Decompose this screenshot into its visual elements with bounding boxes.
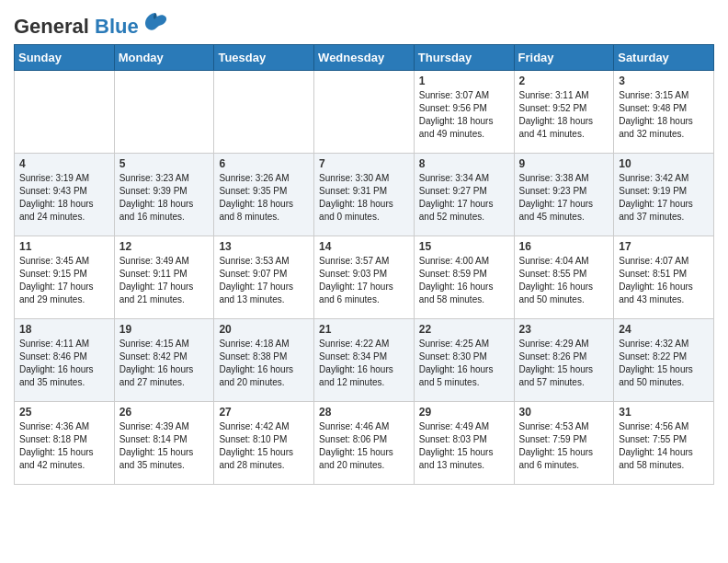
day-number: 3 <box>619 75 709 87</box>
calendar-cell: 16Sunrise: 4:04 AM Sunset: 8:55 PM Dayli… <box>514 236 614 319</box>
calendar-cell: 26Sunrise: 4:39 AM Sunset: 8:14 PM Dayli… <box>114 402 214 485</box>
day-number: 18 <box>19 323 109 336</box>
day-info: Sunrise: 4:04 AM Sunset: 8:55 PM Dayligh… <box>519 255 609 306</box>
day-info: Sunrise: 4:42 AM Sunset: 8:10 PM Dayligh… <box>219 420 309 472</box>
day-header-tuesday: Tuesday <box>214 45 314 71</box>
day-number: 29 <box>419 406 509 419</box>
day-number: 20 <box>219 323 309 336</box>
day-info: Sunrise: 3:57 AM Sunset: 9:03 PM Dayligh… <box>319 255 409 306</box>
day-number: 2 <box>519 75 609 87</box>
day-number: 1 <box>419 75 509 87</box>
day-info: Sunrise: 3:38 AM Sunset: 9:23 PM Dayligh… <box>519 172 609 224</box>
day-number: 30 <box>519 406 609 419</box>
calendar-cell: 13Sunrise: 3:53 AM Sunset: 9:07 PM Dayli… <box>214 236 314 319</box>
day-number: 25 <box>19 406 109 419</box>
day-header-thursday: Thursday <box>414 45 514 71</box>
calendar-cell: 10Sunrise: 3:42 AM Sunset: 9:19 PM Dayli… <box>614 154 714 236</box>
day-info: Sunrise: 3:30 AM Sunset: 9:31 PM Dayligh… <box>319 172 409 224</box>
calendar-cell: 6Sunrise: 3:26 AM Sunset: 9:35 PM Daylig… <box>214 154 314 236</box>
day-info: Sunrise: 4:36 AM Sunset: 8:18 PM Dayligh… <box>19 420 109 472</box>
day-info: Sunrise: 3:45 AM Sunset: 9:15 PM Dayligh… <box>19 255 109 306</box>
day-info: Sunrise: 3:34 AM Sunset: 9:27 PM Dayligh… <box>419 172 509 224</box>
day-number: 17 <box>619 240 709 253</box>
day-info: Sunrise: 4:56 AM Sunset: 7:55 PM Dayligh… <box>619 420 709 472</box>
day-number: 31 <box>619 406 709 419</box>
day-number: 21 <box>319 323 409 336</box>
day-number: 27 <box>219 406 309 419</box>
calendar-cell <box>15 71 115 154</box>
day-number: 23 <box>519 323 609 336</box>
calendar-cell <box>114 71 214 154</box>
day-number: 16 <box>519 240 609 253</box>
day-info: Sunrise: 3:23 AM Sunset: 9:39 PM Dayligh… <box>119 172 210 224</box>
calendar-cell: 11Sunrise: 3:45 AM Sunset: 9:15 PM Dayli… <box>15 236 115 319</box>
calendar-cell: 24Sunrise: 4:32 AM Sunset: 8:22 PM Dayli… <box>614 319 714 402</box>
calendar-week-row: 25Sunrise: 4:36 AM Sunset: 8:18 PM Dayli… <box>15 402 714 485</box>
calendar-cell: 22Sunrise: 4:25 AM Sunset: 8:30 PM Dayli… <box>414 319 514 402</box>
day-number: 8 <box>419 157 509 170</box>
calendar-cell: 21Sunrise: 4:22 AM Sunset: 8:34 PM Dayli… <box>314 319 415 402</box>
day-info: Sunrise: 3:15 AM Sunset: 9:48 PM Dayligh… <box>619 89 709 141</box>
day-number: 4 <box>19 157 109 170</box>
day-number: 22 <box>419 323 509 336</box>
logo: General Blue <box>14 17 168 37</box>
calendar-week-row: 18Sunrise: 4:11 AM Sunset: 8:46 PM Dayli… <box>15 319 714 402</box>
day-header-sunday: Sunday <box>15 45 115 71</box>
logo-bird-icon <box>142 11 168 35</box>
day-info: Sunrise: 4:15 AM Sunset: 8:42 PM Dayligh… <box>119 338 210 389</box>
calendar-cell: 12Sunrise: 3:49 AM Sunset: 9:11 PM Dayli… <box>114 236 214 319</box>
calendar-cell: 15Sunrise: 4:00 AM Sunset: 8:59 PM Dayli… <box>414 236 514 319</box>
day-header-saturday: Saturday <box>614 45 714 71</box>
day-info: Sunrise: 4:00 AM Sunset: 8:59 PM Dayligh… <box>419 255 509 306</box>
day-number: 5 <box>119 157 210 170</box>
logo-blue: Blue <box>95 15 139 38</box>
day-number: 26 <box>119 406 210 419</box>
day-info: Sunrise: 3:19 AM Sunset: 9:43 PM Dayligh… <box>19 172 109 224</box>
day-number: 10 <box>619 157 709 170</box>
day-info: Sunrise: 4:07 AM Sunset: 8:51 PM Dayligh… <box>619 255 709 306</box>
day-info: Sunrise: 3:53 AM Sunset: 9:07 PM Dayligh… <box>219 255 309 306</box>
calendar-cell <box>214 71 314 154</box>
calendar-cell: 25Sunrise: 4:36 AM Sunset: 8:18 PM Dayli… <box>15 402 115 485</box>
logo-general: General Blue <box>14 17 139 37</box>
day-info: Sunrise: 4:39 AM Sunset: 8:14 PM Dayligh… <box>119 420 210 472</box>
calendar-week-row: 4Sunrise: 3:19 AM Sunset: 9:43 PM Daylig… <box>15 154 714 236</box>
day-number: 9 <box>519 157 609 170</box>
calendar-cell: 1Sunrise: 3:07 AM Sunset: 9:56 PM Daylig… <box>414 71 514 154</box>
calendar-cell: 31Sunrise: 4:56 AM Sunset: 7:55 PM Dayli… <box>614 402 714 485</box>
day-info: Sunrise: 3:07 AM Sunset: 9:56 PM Dayligh… <box>419 89 509 141</box>
day-info: Sunrise: 4:32 AM Sunset: 8:22 PM Dayligh… <box>619 338 709 389</box>
day-info: Sunrise: 4:18 AM Sunset: 8:38 PM Dayligh… <box>219 338 309 389</box>
day-number: 7 <box>319 157 409 170</box>
day-number: 13 <box>219 240 309 253</box>
day-number: 14 <box>319 240 409 253</box>
day-info: Sunrise: 4:46 AM Sunset: 8:06 PM Dayligh… <box>319 420 409 472</box>
day-number: 19 <box>119 323 210 336</box>
day-header-monday: Monday <box>114 45 214 71</box>
day-info: Sunrise: 4:49 AM Sunset: 8:03 PM Dayligh… <box>419 420 509 472</box>
calendar-cell: 20Sunrise: 4:18 AM Sunset: 8:38 PM Dayli… <box>214 319 314 402</box>
calendar-table: SundayMondayTuesdayWednesdayThursdayFrid… <box>14 44 714 485</box>
day-info: Sunrise: 4:22 AM Sunset: 8:34 PM Dayligh… <box>319 338 409 389</box>
day-number: 24 <box>619 323 709 336</box>
calendar-cell: 27Sunrise: 4:42 AM Sunset: 8:10 PM Dayli… <box>214 402 314 485</box>
day-number: 28 <box>319 406 409 419</box>
calendar-cell: 4Sunrise: 3:19 AM Sunset: 9:43 PM Daylig… <box>15 154 115 236</box>
day-info: Sunrise: 4:25 AM Sunset: 8:30 PM Dayligh… <box>419 338 509 389</box>
day-info: Sunrise: 3:11 AM Sunset: 9:52 PM Dayligh… <box>519 89 609 141</box>
calendar-cell <box>314 71 415 154</box>
calendar-cell: 5Sunrise: 3:23 AM Sunset: 9:39 PM Daylig… <box>114 154 214 236</box>
calendar-cell: 23Sunrise: 4:29 AM Sunset: 8:26 PM Dayli… <box>514 319 614 402</box>
calendar-cell: 9Sunrise: 3:38 AM Sunset: 9:23 PM Daylig… <box>514 154 614 236</box>
day-number: 12 <box>119 240 210 253</box>
day-info: Sunrise: 4:29 AM Sunset: 8:26 PM Dayligh… <box>519 338 609 389</box>
calendar-cell: 28Sunrise: 4:46 AM Sunset: 8:06 PM Dayli… <box>314 402 415 485</box>
calendar-cell: 18Sunrise: 4:11 AM Sunset: 8:46 PM Dayli… <box>15 319 115 402</box>
calendar-cell: 19Sunrise: 4:15 AM Sunset: 8:42 PM Dayli… <box>114 319 214 402</box>
calendar-cell: 8Sunrise: 3:34 AM Sunset: 9:27 PM Daylig… <box>414 154 514 236</box>
calendar-week-row: 11Sunrise: 3:45 AM Sunset: 9:15 PM Dayli… <box>15 236 714 319</box>
calendar-cell: 17Sunrise: 4:07 AM Sunset: 8:51 PM Dayli… <box>614 236 714 319</box>
day-info: Sunrise: 4:53 AM Sunset: 7:59 PM Dayligh… <box>519 420 609 472</box>
day-info: Sunrise: 3:26 AM Sunset: 9:35 PM Dayligh… <box>219 172 309 224</box>
day-header-wednesday: Wednesday <box>314 45 415 71</box>
